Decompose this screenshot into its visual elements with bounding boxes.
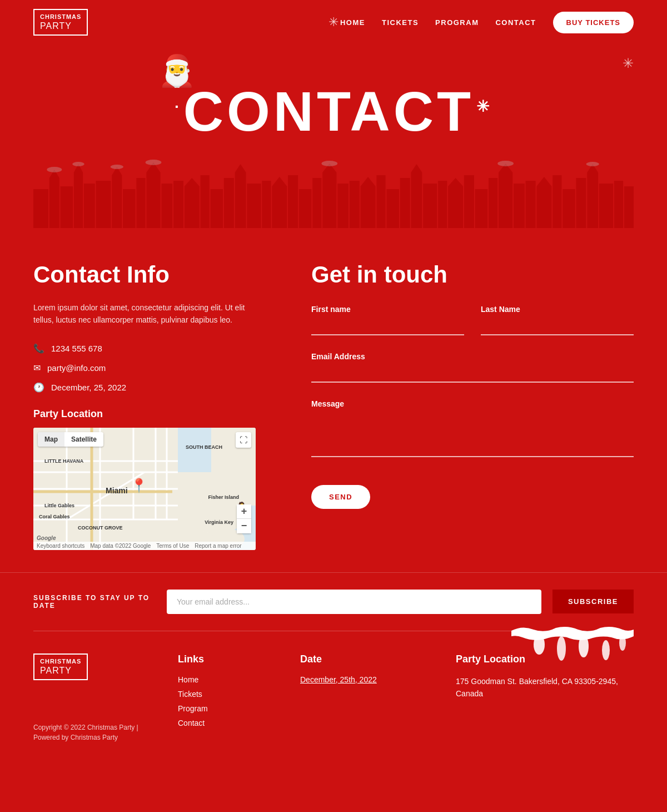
svg-rect-31 [411, 172, 422, 228]
svg-point-65 [111, 165, 123, 169]
message-textarea[interactable] [311, 413, 634, 457]
map-zoom-in[interactable]: + [237, 504, 251, 519]
svg-rect-13 [185, 186, 200, 228]
map-label-coral-gables: Coral Gables [39, 514, 70, 519]
nav-program[interactable]: PROGRAM [435, 18, 479, 27]
svg-rect-7 [112, 175, 122, 228]
svg-rect-23 [312, 178, 321, 228]
svg-rect-42 [552, 175, 561, 228]
svg-rect-8 [123, 189, 136, 228]
map-label-little-gables: Little Gables [44, 503, 74, 508]
svg-point-63 [47, 167, 62, 172]
phone-number: 1234 555 678 [51, 344, 102, 353]
map-label-fisher-island: Fisher Island [208, 494, 239, 500]
svg-rect-9 [136, 178, 145, 228]
svg-rect-4 [74, 172, 83, 228]
svg-rect-35 [464, 175, 474, 228]
svg-point-93 [619, 635, 626, 651]
svg-point-67 [321, 161, 337, 166]
hero-title: 🎅 ·CONTACT✳ [175, 83, 492, 139]
footer-logo-line2: Party [40, 665, 81, 676]
svg-rect-27 [361, 186, 376, 228]
map-label-little-havana: LITTLE HAVANA [44, 458, 83, 464]
logo-line2: Party [40, 21, 81, 31]
footer-copyright: Copyright © 2022 Christmas Party | Power… [33, 722, 145, 742]
svg-point-68 [497, 161, 514, 166]
santa-hat-icon: 🎅 [158, 56, 200, 86]
first-name-input[interactable] [311, 318, 464, 335]
subscribe-section: SUBSCRIBE TO STAY UP TO DATE SUBSCRIBE [0, 572, 667, 631]
svg-point-64 [72, 162, 84, 166]
divider-line [33, 631, 634, 631]
svg-rect-32 [423, 184, 437, 228]
logo[interactable]: CHRISTMAS Party [33, 9, 88, 36]
nav-contact[interactable]: CONTACT [495, 18, 536, 27]
map-expand-button[interactable]: ⛶ [236, 432, 251, 448]
ice-drip-icon [511, 625, 634, 664]
map-zoom-out[interactable]: − [237, 519, 251, 533]
map-footer: Keyboard shortcuts Map data ©2022 Google… [33, 542, 256, 550]
contact-email: ✉ party@info.com [33, 363, 267, 373]
snowflake-title-icon: ✳ [476, 98, 492, 115]
nav-tickets[interactable]: TICKETS [382, 18, 419, 27]
svg-rect-44 [576, 178, 586, 228]
svg-rect-16 [224, 178, 234, 228]
footer-links-title: Links [178, 653, 267, 665]
email-input[interactable] [311, 365, 634, 383]
svg-rect-17 [235, 172, 246, 228]
svg-point-90 [557, 636, 566, 661]
last-name-input[interactable] [481, 318, 634, 335]
email-group: Email Address [311, 352, 634, 383]
footer-link-contact[interactable]: Contact [178, 719, 267, 727]
footer-logo-line1: CHRISTMAS [40, 658, 81, 665]
svg-rect-29 [386, 189, 399, 228]
email-label: Email Address [311, 352, 634, 361]
buy-tickets-button[interactable]: BUY TICKETS [553, 12, 634, 33]
svg-rect-41 [536, 186, 551, 228]
subscribe-button[interactable]: SUBSCRIBE [552, 590, 634, 613]
svg-rect-47 [614, 181, 623, 228]
svg-rect-34 [448, 186, 463, 228]
map-toolbar[interactable]: Map Satellite [38, 432, 103, 447]
map-zoom-controls[interactable]: + − [237, 504, 251, 533]
get-in-touch-title: Get in touch [311, 261, 634, 288]
skyline-decoration [33, 156, 634, 228]
map-view-button[interactable]: Map [38, 432, 64, 447]
footer-date-column: Date December, 25th, 2022 [300, 653, 422, 684]
svg-rect-22 [299, 189, 312, 228]
clock-icon: 🕐 [33, 382, 44, 393]
svg-rect-19 [262, 181, 271, 228]
map-label-virginia-key: Virginia Key [205, 519, 233, 525]
subscribe-email-input[interactable] [167, 590, 541, 614]
svg-rect-37 [489, 178, 497, 228]
svg-rect-45 [587, 172, 598, 228]
map-container[interactable]: Map Satellite ⛶ ALLAPATTAH LITTLE HAVANA… [33, 428, 256, 550]
subscribe-label: SUBSCRIBE TO STAY UP TO DATE [33, 594, 156, 610]
svg-rect-14 [201, 175, 210, 228]
party-location-label: Party Location [33, 408, 267, 420]
svg-point-89 [534, 635, 545, 655]
send-button[interactable]: SEND [311, 485, 370, 509]
contact-date: 🕐 December, 25, 2022 [33, 382, 267, 393]
satellite-view-button[interactable]: Satellite [64, 432, 103, 447]
contact-info-column: Contact Info Lorem ipsum dolor sit amet,… [33, 261, 267, 550]
header-snowflake-icon: ✳ [328, 15, 339, 29]
svg-rect-40 [526, 181, 536, 228]
footer-logo: CHRISTMAS Party [33, 653, 88, 680]
footer-link-home[interactable]: Home [178, 675, 267, 684]
footer-link-program[interactable]: Program [178, 704, 267, 713]
svg-rect-46 [599, 184, 613, 228]
get-in-touch-column: Get in touch First name Last Name Email … [311, 261, 634, 550]
svg-rect-36 [475, 189, 488, 228]
logo-line1: CHRISTMAS [40, 13, 81, 21]
last-name-label: Last Name [481, 305, 634, 314]
footer-link-tickets[interactable]: Tickets [178, 690, 267, 699]
svg-rect-21 [288, 175, 298, 228]
svg-rect-48 [624, 186, 634, 228]
svg-rect-5 [84, 184, 95, 228]
svg-rect-30 [400, 178, 410, 228]
first-name-label: First name [311, 305, 464, 314]
contact-description: Lorem ipsum dolor sit amet, consectetur … [33, 301, 267, 326]
svg-rect-3 [61, 186, 73, 228]
nav-home[interactable]: HOME [340, 18, 365, 27]
